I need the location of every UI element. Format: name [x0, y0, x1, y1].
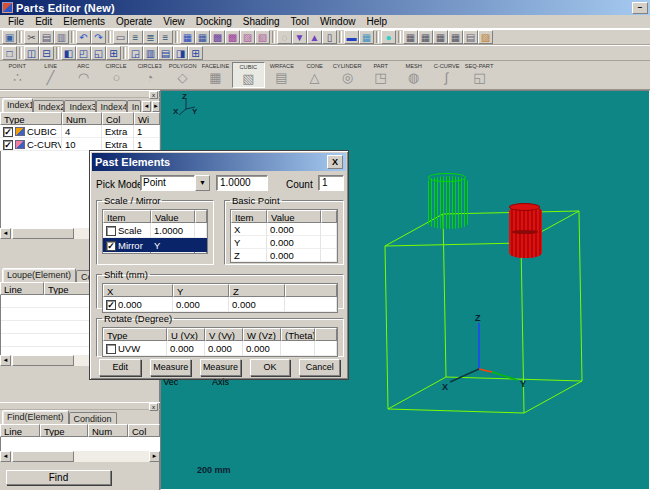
value-cell[interactable]: 0.000: [267, 236, 321, 249]
print-icon[interactable]: ▤: [463, 30, 478, 44]
window-blue-icon[interactable]: ▬: [344, 30, 359, 44]
column-header[interactable]: [315, 328, 337, 341]
checkbox[interactable]: ✓: [3, 127, 13, 137]
undo-icon[interactable]: ↶: [76, 30, 91, 44]
layout-grid-icon[interactable]: ⊞: [106, 46, 121, 60]
column-header[interactable]: Type: [40, 424, 88, 437]
layout-cols-icon[interactable]: ▤: [158, 46, 173, 60]
value-cell[interactable]: 0.000: [173, 297, 229, 312]
layer-navy-icon[interactable]: ▦: [195, 30, 210, 44]
dialog-close-icon[interactable]: X: [327, 155, 343, 169]
column-header[interactable]: Num: [88, 424, 128, 437]
menu-view[interactable]: View: [158, 15, 191, 28]
shape-tool-circle3[interactable]: CIRCLE3◔: [133, 62, 166, 88]
menu-shading[interactable]: Shading: [238, 15, 286, 28]
shape-tool-wrface[interactable]: WRFACE▤: [265, 62, 298, 88]
minimize-button[interactable]: −: [632, 2, 648, 14]
layout-quad-br-icon[interactable]: ◲: [128, 46, 143, 60]
shape-tool-circle[interactable]: CIRCLE○: [100, 62, 133, 88]
table-row[interactable]: Y0.000: [231, 236, 337, 249]
dialog-title-bar[interactable]: Past Elements X: [92, 153, 346, 171]
palette-icon[interactable]: ▨: [478, 30, 493, 44]
column-header[interactable]: (Theta): [281, 328, 315, 341]
align-1-icon[interactable]: ≡: [128, 30, 143, 44]
column-header[interactable]: U (Vx): [167, 328, 205, 341]
image-icon[interactable]: ▦: [359, 30, 374, 44]
column-header[interactable]: V (Vy): [205, 328, 243, 341]
loupe-tab-loupe-element-[interactable]: Loupe(Element): [2, 268, 76, 282]
find-hscrollbar[interactable]: ◄ ►: [0, 451, 160, 462]
checkbox[interactable]: [106, 226, 116, 236]
value-cell[interactable]: 1.0000: [151, 223, 195, 238]
flag-down-icon[interactable]: ▼: [292, 30, 307, 44]
flag-up-icon[interactable]: ▲: [307, 30, 322, 44]
column-header[interactable]: Z: [229, 284, 285, 297]
scroll-thumb[interactable]: [12, 228, 74, 239]
shape-tool-line[interactable]: LINE╱: [34, 62, 67, 88]
index-tab-index4[interactable]: Index4: [96, 100, 127, 112]
layout-quad-tl-icon[interactable]: ◰: [76, 46, 91, 60]
index-tab-in[interactable]: In: [127, 100, 142, 112]
column-header[interactable]: Col: [128, 424, 160, 437]
measure-axis-button[interactable]: Measure Axis: [200, 359, 241, 376]
column-header[interactable]: Value: [151, 210, 195, 223]
shape-tool-seq-part[interactable]: SEQ-PART◱: [463, 62, 496, 88]
table-row[interactable]: ✓CUBIC4Extra1: [0, 125, 160, 138]
column-header[interactable]: [195, 210, 207, 223]
layout-single-icon[interactable]: □: [2, 46, 17, 60]
table-row[interactable]: Z0.000: [231, 249, 337, 262]
find-tab-condition[interactable]: Condition: [69, 412, 117, 424]
align-2-icon[interactable]: ≣: [143, 30, 158, 44]
find-tab-find-element-[interactable]: Find(Element): [2, 410, 69, 424]
sheet-icon[interactable]: ▭: [113, 30, 128, 44]
column-header[interactable]: [285, 284, 337, 297]
checkbox[interactable]: ✓: [106, 300, 116, 310]
grid-magenta-icon[interactable]: ▩: [225, 30, 240, 44]
layout-hsplit-icon[interactable]: ⊟: [39, 46, 54, 60]
sphere-icon[interactable]: ●: [381, 30, 396, 44]
shape-tool-point[interactable]: POINT∴: [1, 62, 34, 88]
value-cell[interactable]: 0.000: [229, 297, 285, 312]
column-header[interactable]: Line: [0, 424, 40, 437]
ok-button[interactable]: OK: [250, 359, 291, 376]
shape-tool-c-curve[interactable]: C-CURVE∫: [430, 62, 463, 88]
measure-vec-button[interactable]: Measure Vec: [150, 359, 191, 376]
cam-pink-icon[interactable]: ▨: [240, 30, 255, 44]
column-header[interactable]: Line: [0, 282, 44, 295]
align-3-icon[interactable]: ≡: [158, 30, 173, 44]
book-icon[interactable]: ▯: [322, 30, 337, 44]
shape-tool-cone[interactable]: CONE△: [298, 62, 331, 88]
column-header[interactable]: Num: [62, 112, 102, 125]
save-icon[interactable]: ▣: [2, 30, 17, 44]
select-icon[interactable]: ◌: [277, 30, 292, 44]
shape-tool-part[interactable]: PART◳: [364, 62, 397, 88]
column-header[interactable]: Wi: [134, 112, 160, 125]
index-tab-index3[interactable]: Index3: [64, 100, 95, 112]
value-cell[interactable]: 0.000: [205, 341, 243, 356]
shape-tool-cylinder[interactable]: CYLINDER◎: [331, 62, 364, 88]
tab-scroll-right-icon[interactable]: ►: [152, 101, 160, 112]
checkbox[interactable]: ✓: [3, 140, 13, 150]
layout-right-icon[interactable]: ◨: [173, 46, 188, 60]
scroll-right-icon[interactable]: ►: [149, 451, 160, 462]
shape-tool-arc[interactable]: ARC◠: [67, 62, 100, 88]
index-tab-index2[interactable]: Index2: [33, 100, 64, 112]
column-header[interactable]: Col: [102, 112, 134, 125]
column-header[interactable]: Value: [267, 210, 321, 223]
column-header[interactable]: Type: [0, 112, 62, 125]
menu-tool[interactable]: Tool: [286, 15, 315, 28]
value-cell[interactable]: 0.000: [167, 341, 205, 356]
table-2-icon[interactable]: ▦: [418, 30, 433, 44]
paste-icon[interactable]: ▥: [54, 30, 69, 44]
column-header[interactable]: Item: [103, 210, 151, 223]
shape-tool-polygon[interactable]: POLYGON◇: [166, 62, 199, 88]
value-cell[interactable]: 0.000: [267, 249, 321, 262]
index-panel-grip[interactable]: x: [0, 90, 160, 98]
table-row[interactable]: X0.000: [231, 223, 337, 236]
count-input[interactable]: 1: [318, 175, 344, 191]
table-row[interactable]: ✓MirrorY: [103, 238, 207, 253]
edit-button[interactable]: Edit: [99, 359, 141, 376]
menu-help[interactable]: Help: [361, 15, 393, 28]
index-tab-index1[interactable]: Index1: [2, 98, 33, 112]
redo-icon[interactable]: ↷: [91, 30, 106, 44]
